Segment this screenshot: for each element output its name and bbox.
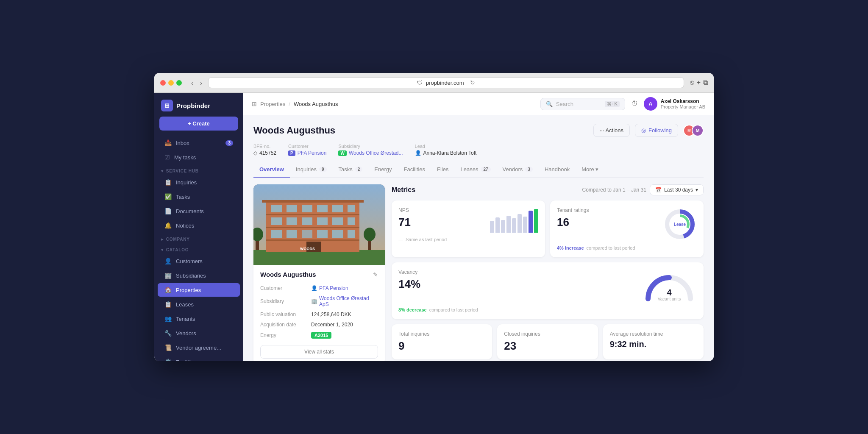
user-avatar[interactable]: A <box>644 97 657 111</box>
documents-label: Documents <box>176 208 204 214</box>
sidebar-item-vendor-agreements[interactable]: 📜 Vendor agreeme... <box>158 341 240 354</box>
section-catalog-label: Catalog <box>166 248 189 252</box>
metrics-title: Metrics <box>392 186 415 194</box>
forward-button[interactable]: › <box>198 78 204 87</box>
subsidiaries-icon: 🏢 <box>164 272 172 279</box>
building-illustration: WOODS <box>253 184 385 265</box>
documents-icon: 📄 <box>164 208 172 214</box>
tab-files[interactable]: Files <box>431 162 454 178</box>
property-card: WOODS Woods Augusthus ✎ Customer <box>253 184 385 361</box>
notices-label: Notices <box>176 223 194 229</box>
subsidiary-field-link[interactable]: 🏢 Woods Office Ørestad ApS <box>311 295 378 307</box>
meta-subsidiary: Subsidiary W Woods Office Ørestad... <box>338 144 403 156</box>
refresh-icon[interactable]: ↻ <box>470 79 475 86</box>
sidebar-item-leases[interactable]: 📋 Leases <box>158 298 240 311</box>
breadcrumb-parent[interactable]: Properties <box>260 101 285 107</box>
section-service-hub[interactable]: ▾ Service Hub <box>154 164 243 175</box>
tab-handbook[interactable]: Handbook <box>539 162 576 178</box>
closed-inquiries-card: Closed inquiries 23 <box>497 324 598 359</box>
tasks-label: Tasks <box>176 194 190 200</box>
breadcrumb: ⊞ Properties / Woods Augusthus <box>252 100 338 107</box>
tab-overview[interactable]: Overview <box>253 162 290 178</box>
page-header: Woods Augusthus ··· Actions ◎ Following … <box>253 124 704 137</box>
svg-rect-24 <box>332 230 343 238</box>
page-title: Woods Augusthus <box>253 125 335 136</box>
sidebar-item-inbox[interactable]: 📥 Inbox 3 <box>158 136 240 150</box>
ratings-value: 16 <box>557 216 589 229</box>
total-inquiries-value: 9 <box>398 339 485 353</box>
breadcrumb-icon: ⊞ <box>252 100 257 107</box>
tab-more[interactable]: More ▾ <box>576 162 604 178</box>
tab-inquiries[interactable]: Inquiries 9 <box>290 162 333 178</box>
tab-tasks[interactable]: Tasks 2 <box>333 162 369 178</box>
search-bar[interactable]: 🔍 Search ⌘+K <box>540 98 625 110</box>
new-tab-icon[interactable]: + <box>697 79 701 86</box>
svg-rect-15 <box>287 217 297 225</box>
duplicate-icon[interactable]: ⧉ <box>703 79 708 86</box>
sidebar-item-inquiries[interactable]: 📋 Inquiries <box>158 175 240 189</box>
url-display: propbinder.com <box>426 80 464 86</box>
back-button[interactable]: ‹ <box>189 78 195 87</box>
customers-icon: 👤 <box>164 258 172 264</box>
following-button[interactable]: ◎ Following <box>635 124 678 137</box>
ratings-increase-badge: 4% increase <box>557 245 584 250</box>
customer-link[interactable]: PFA Pension <box>298 150 327 156</box>
sidebar-item-customers[interactable]: 👤 Customers <box>158 254 240 268</box>
tabs-row: Overview Inquiries 9 Tasks 2 Energy Faci… <box>253 162 704 178</box>
customer-field-link[interactable]: 👤 PFA Pension <box>311 285 348 291</box>
edit-icon[interactable]: ✎ <box>373 271 378 278</box>
maximize-button[interactable] <box>176 80 182 86</box>
tab-vendors[interactable]: Vendors 3 <box>497 162 539 178</box>
tab-facilities[interactable]: Facilities <box>398 162 431 178</box>
tenant-ratings-card: Tenant ratings 16 <box>550 200 704 257</box>
sidebar-item-tasks[interactable]: ✅ Tasks <box>158 190 240 203</box>
diamond-icon: ◇ <box>253 150 257 156</box>
section-company-label: Company <box>166 237 190 242</box>
energy-badge: A2015 <box>311 332 331 339</box>
minimize-button[interactable] <box>168 80 174 86</box>
info-customer-row: Customer 👤 PFA Pension <box>260 283 378 293</box>
gauge-value: 4 <box>658 288 681 297</box>
vendor-agreements-label: Vendor agreeme... <box>176 345 221 351</box>
info-subsidiary-row: Subsidiary 🏢 Woods Office Ørestad ApS <box>260 293 378 309</box>
browser-controls: ⎋ + ⧉ <box>690 79 708 86</box>
actions-button[interactable]: ··· Actions <box>593 124 630 137</box>
svg-rect-27 <box>262 200 364 203</box>
timer-icon[interactable]: ⏱ <box>631 100 638 108</box>
properties-label: Properties <box>176 287 201 293</box>
avatar-group: R M <box>683 125 704 136</box>
section-catalog[interactable]: ▾ Catalog <box>154 243 243 254</box>
date-range-button[interactable]: 📅 Last 30 days ▾ <box>650 184 704 195</box>
vacancy-gauge: 4 Vacant units <box>642 269 697 303</box>
address-bar[interactable]: 🛡 propbinder.com ↻ <box>208 77 684 88</box>
vendor-agreement-icon: 📜 <box>164 344 172 351</box>
sidebar-item-vendors[interactable]: 🔧 Vendors <box>158 326 240 340</box>
sidebar-item-tenants[interactable]: 👥 Tenants <box>158 312 240 326</box>
sidebar-item-notices[interactable]: 🔔 Notices <box>158 219 240 232</box>
user-name: Axel Oskarsson <box>661 98 705 104</box>
view-stats-button[interactable]: View all stats <box>260 345 378 359</box>
property-info: Woods Augusthus ✎ Customer 👤 PFA Pension <box>253 265 385 361</box>
subsidiary-link[interactable]: Woods Office Ørestad... <box>349 150 403 156</box>
tab-leases[interactable]: Leases 27 <box>455 162 497 178</box>
acquisition-value: December 1, 2020 <box>311 322 353 328</box>
sidebar-item-facilities[interactable]: ⚙️ Facilities <box>158 355 240 361</box>
page-body: Woods Augusthus ··· Actions ◎ Following … <box>243 115 714 361</box>
tab-energy[interactable]: Energy <box>368 162 398 178</box>
logo-icon: ⊞ <box>161 100 173 111</box>
sidebar-item-properties[interactable]: 🏠 Properties <box>158 283 240 297</box>
metrics-top-row: NPS 71 <box>392 200 704 257</box>
avatar-m[interactable]: M <box>692 125 704 136</box>
sidebar-item-documents[interactable]: 📄 Documents <box>158 204 240 218</box>
leases-icon: 📋 <box>164 301 172 308</box>
section-company[interactable]: ▸ Company <box>154 233 243 243</box>
svg-rect-19 <box>348 217 355 225</box>
share-icon[interactable]: ⎋ <box>690 79 694 86</box>
sidebar-item-my-tasks[interactable]: ☑ My tasks <box>158 150 240 164</box>
create-button[interactable]: + Create <box>159 117 238 131</box>
sidebar: ⊞ Propbinder + Create 📥 Inbox 3 ☑ My tas… <box>154 93 243 361</box>
close-button[interactable] <box>160 80 166 86</box>
ratings-donut: Lease <box>663 207 697 241</box>
subsidiary-link-icon: 🏢 <box>311 298 317 304</box>
sidebar-item-subsidiaries[interactable]: 🏢 Subsidiaries <box>158 269 240 282</box>
